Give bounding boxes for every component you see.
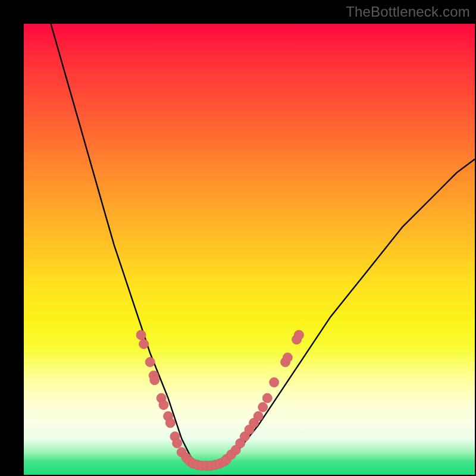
watermark-text: TheBottleneck.com [346, 4, 470, 20]
data-point [139, 339, 149, 349]
chart-frame: TheBottleneck.com [0, 0, 476, 476]
plot-area [24, 24, 475, 475]
data-markers [136, 330, 303, 471]
data-point [165, 418, 175, 428]
data-point [145, 358, 155, 367]
data-point [270, 378, 279, 387]
data-point [283, 353, 292, 362]
chart-svg [24, 24, 475, 475]
data-point [159, 400, 168, 410]
data-point [150, 375, 159, 385]
data-point [262, 393, 272, 403]
data-point [258, 402, 268, 412]
data-point [173, 439, 182, 448]
data-point [136, 330, 146, 340]
data-point [294, 330, 303, 340]
data-point [253, 412, 263, 421]
